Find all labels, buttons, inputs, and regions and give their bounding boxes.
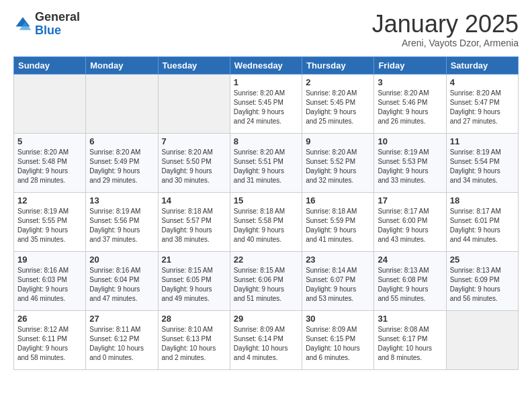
- day-info: Sunrise: 8:11 AM Sunset: 6:12 PM Dayligh…: [89, 325, 154, 363]
- day-number: 8: [234, 136, 298, 146]
- calendar-cell: 8Sunrise: 8:20 AM Sunset: 5:51 PM Daylig…: [230, 133, 302, 192]
- calendar-cell: 20Sunrise: 8:16 AM Sunset: 6:04 PM Dayli…: [86, 251, 158, 310]
- calendar-cell: 15Sunrise: 8:18 AM Sunset: 5:58 PM Dayli…: [230, 192, 302, 251]
- day-number: 23: [306, 255, 370, 265]
- weekday-header-thursday: Thursday: [302, 56, 374, 74]
- day-info: Sunrise: 8:20 AM Sunset: 5:51 PM Dayligh…: [234, 148, 298, 185]
- day-number: 24: [378, 255, 442, 265]
- day-number: 15: [234, 195, 298, 205]
- calendar-cell: 4Sunrise: 8:20 AM Sunset: 5:47 PM Daylig…: [446, 74, 518, 133]
- day-info: Sunrise: 8:16 AM Sunset: 6:04 PM Dayligh…: [89, 266, 154, 304]
- calendar-cell: 28Sunrise: 8:10 AM Sunset: 6:13 PM Dayli…: [158, 310, 230, 369]
- calendar-cell: 3Sunrise: 8:20 AM Sunset: 5:46 PM Daylig…: [374, 74, 446, 133]
- day-number: 2: [306, 77, 370, 87]
- calendar-cell: 5Sunrise: 8:20 AM Sunset: 5:48 PM Daylig…: [14, 133, 86, 192]
- calendar-week-3: 12Sunrise: 8:19 AM Sunset: 5:55 PM Dayli…: [14, 192, 519, 251]
- calendar-cell: 19Sunrise: 8:16 AM Sunset: 6:03 PM Dayli…: [14, 251, 86, 310]
- day-info: Sunrise: 8:19 AM Sunset: 5:56 PM Dayligh…: [89, 207, 154, 244]
- title-area: January 2025 Areni, Vayots Dzor, Armenia: [372, 11, 519, 48]
- day-info: Sunrise: 8:13 AM Sunset: 6:08 PM Dayligh…: [378, 266, 442, 304]
- weekday-header-monday: Monday: [86, 56, 158, 74]
- day-number: 31: [378, 314, 442, 324]
- day-info: Sunrise: 8:16 AM Sunset: 6:03 PM Dayligh…: [17, 266, 82, 304]
- calendar-cell: 1Sunrise: 8:20 AM Sunset: 5:45 PM Daylig…: [230, 74, 302, 133]
- day-number: 9: [306, 136, 370, 146]
- day-number: 25: [450, 255, 515, 265]
- weekday-header-tuesday: Tuesday: [158, 56, 230, 74]
- calendar-table: SundayMondayTuesdayWednesdayThursdayFrid…: [13, 56, 519, 370]
- calendar-cell: 26Sunrise: 8:12 AM Sunset: 6:11 PM Dayli…: [14, 310, 86, 369]
- logo-icon: [13, 15, 32, 34]
- logo-general: General: [35, 11, 80, 24]
- day-number: 16: [306, 195, 370, 205]
- calendar-week-4: 19Sunrise: 8:16 AM Sunset: 6:03 PM Dayli…: [14, 251, 519, 310]
- day-info: Sunrise: 8:20 AM Sunset: 5:46 PM Dayligh…: [378, 89, 442, 126]
- weekday-header-row: SundayMondayTuesdayWednesdayThursdayFrid…: [14, 56, 519, 74]
- day-number: 13: [89, 195, 154, 205]
- day-number: 29: [234, 314, 298, 324]
- calendar-week-2: 5Sunrise: 8:20 AM Sunset: 5:48 PM Daylig…: [14, 133, 519, 192]
- calendar-cell: [446, 310, 518, 369]
- day-info: Sunrise: 8:18 AM Sunset: 5:59 PM Dayligh…: [306, 207, 370, 244]
- calendar-cell: 10Sunrise: 8:19 AM Sunset: 5:53 PM Dayli…: [374, 133, 446, 192]
- calendar-cell: [14, 74, 86, 133]
- calendar-cell: 12Sunrise: 8:19 AM Sunset: 5:55 PM Dayli…: [14, 192, 86, 251]
- day-info: Sunrise: 8:19 AM Sunset: 5:54 PM Dayligh…: [450, 148, 515, 185]
- day-number: 10: [378, 136, 442, 146]
- day-info: Sunrise: 8:20 AM Sunset: 5:47 PM Dayligh…: [450, 89, 515, 126]
- day-number: 26: [17, 314, 82, 324]
- day-info: Sunrise: 8:20 AM Sunset: 5:50 PM Dayligh…: [162, 148, 226, 185]
- location-subtitle: Areni, Vayots Dzor, Armenia: [372, 38, 519, 48]
- day-number: 5: [17, 136, 82, 146]
- calendar-cell: 24Sunrise: 8:13 AM Sunset: 6:08 PM Dayli…: [374, 251, 446, 310]
- calendar-week-5: 26Sunrise: 8:12 AM Sunset: 6:11 PM Dayli…: [14, 310, 519, 369]
- day-number: 7: [162, 136, 226, 146]
- day-info: Sunrise: 8:20 AM Sunset: 5:45 PM Dayligh…: [234, 89, 298, 126]
- calendar-cell: 14Sunrise: 8:18 AM Sunset: 5:57 PM Dayli…: [158, 192, 230, 251]
- day-number: 21: [162, 255, 226, 265]
- day-info: Sunrise: 8:20 AM Sunset: 5:49 PM Dayligh…: [89, 148, 154, 185]
- calendar-cell: [158, 74, 230, 133]
- day-number: 6: [89, 136, 154, 146]
- logo-blue: Blue: [35, 24, 80, 38]
- calendar-cell: 30Sunrise: 8:09 AM Sunset: 6:15 PM Dayli…: [302, 310, 374, 369]
- page: General Blue January 2025 Areni, Vayots …: [0, 0, 532, 411]
- day-info: Sunrise: 8:09 AM Sunset: 6:14 PM Dayligh…: [234, 325, 298, 363]
- weekday-header-sunday: Sunday: [14, 56, 86, 74]
- day-number: 28: [162, 314, 226, 324]
- calendar-cell: 22Sunrise: 8:15 AM Sunset: 6:06 PM Dayli…: [230, 251, 302, 310]
- calendar-cell: 27Sunrise: 8:11 AM Sunset: 6:12 PM Dayli…: [86, 310, 158, 369]
- calendar-cell: [86, 74, 158, 133]
- day-info: Sunrise: 8:18 AM Sunset: 5:57 PM Dayligh…: [162, 207, 226, 244]
- calendar-cell: 23Sunrise: 8:14 AM Sunset: 6:07 PM Dayli…: [302, 251, 374, 310]
- calendar-cell: 9Sunrise: 8:20 AM Sunset: 5:52 PM Daylig…: [302, 133, 374, 192]
- day-number: 18: [450, 195, 515, 205]
- day-number: 4: [450, 77, 515, 87]
- day-info: Sunrise: 8:20 AM Sunset: 5:45 PM Dayligh…: [306, 89, 370, 126]
- calendar-cell: 25Sunrise: 8:13 AM Sunset: 6:09 PM Dayli…: [446, 251, 518, 310]
- calendar-cell: 18Sunrise: 8:17 AM Sunset: 6:01 PM Dayli…: [446, 192, 518, 251]
- day-info: Sunrise: 8:17 AM Sunset: 6:00 PM Dayligh…: [378, 207, 442, 244]
- day-info: Sunrise: 8:10 AM Sunset: 6:13 PM Dayligh…: [162, 325, 226, 363]
- day-number: 3: [378, 77, 442, 87]
- calendar-cell: 29Sunrise: 8:09 AM Sunset: 6:14 PM Dayli…: [230, 310, 302, 369]
- calendar-cell: 7Sunrise: 8:20 AM Sunset: 5:50 PM Daylig…: [158, 133, 230, 192]
- weekday-header-friday: Friday: [374, 56, 446, 74]
- day-info: Sunrise: 8:15 AM Sunset: 6:05 PM Dayligh…: [162, 266, 226, 304]
- day-info: Sunrise: 8:20 AM Sunset: 5:48 PM Dayligh…: [17, 148, 82, 185]
- calendar-cell: 11Sunrise: 8:19 AM Sunset: 5:54 PM Dayli…: [446, 133, 518, 192]
- calendar-cell: 31Sunrise: 8:08 AM Sunset: 6:17 PM Dayli…: [374, 310, 446, 369]
- day-info: Sunrise: 8:18 AM Sunset: 5:58 PM Dayligh…: [234, 207, 298, 244]
- calendar-cell: 17Sunrise: 8:17 AM Sunset: 6:00 PM Dayli…: [374, 192, 446, 251]
- month-title: January 2025: [372, 11, 519, 38]
- calendar-cell: 21Sunrise: 8:15 AM Sunset: 6:05 PM Dayli…: [158, 251, 230, 310]
- day-info: Sunrise: 8:17 AM Sunset: 6:01 PM Dayligh…: [450, 207, 515, 244]
- day-info: Sunrise: 8:19 AM Sunset: 5:55 PM Dayligh…: [17, 207, 82, 244]
- day-info: Sunrise: 8:14 AM Sunset: 6:07 PM Dayligh…: [306, 266, 370, 304]
- calendar-cell: 13Sunrise: 8:19 AM Sunset: 5:56 PM Dayli…: [86, 192, 158, 251]
- header: General Blue January 2025 Areni, Vayots …: [13, 11, 519, 48]
- day-info: Sunrise: 8:15 AM Sunset: 6:06 PM Dayligh…: [234, 266, 298, 304]
- day-number: 12: [17, 195, 82, 205]
- calendar-week-1: 1Sunrise: 8:20 AM Sunset: 5:45 PM Daylig…: [14, 74, 519, 133]
- day-info: Sunrise: 8:19 AM Sunset: 5:53 PM Dayligh…: [378, 148, 442, 185]
